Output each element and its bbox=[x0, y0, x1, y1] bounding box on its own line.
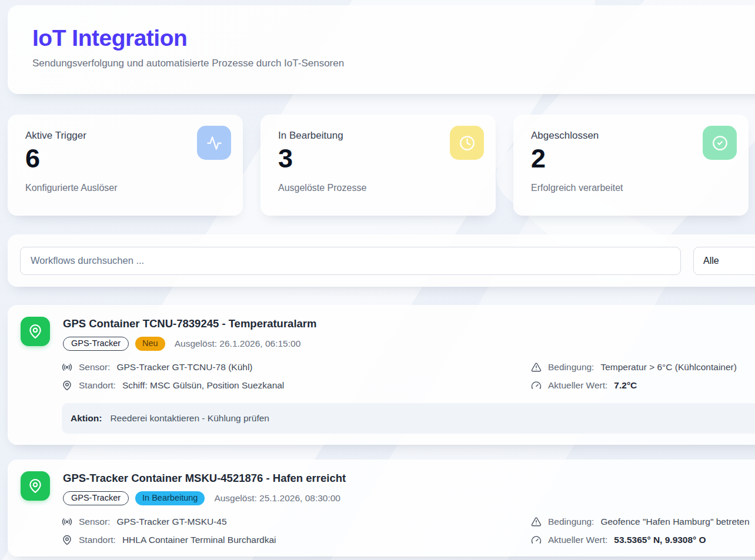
map-pin-icon bbox=[21, 471, 50, 501]
sensor-value: GPS-Tracker GT-MSKU-45 bbox=[116, 517, 226, 527]
current-value: 7.2°C bbox=[614, 380, 637, 391]
location-label: Standort: bbox=[79, 380, 116, 391]
current-value-label: Aktueller Wert: bbox=[548, 535, 607, 545]
sensor-label: Sensor: bbox=[79, 362, 110, 373]
gauge-icon bbox=[531, 535, 542, 545]
type-badge: GPS-Tracker bbox=[63, 337, 129, 351]
map-pin-icon bbox=[62, 535, 72, 545]
iot-integration-page: IoT Integration Sendungsverfolgung und a… bbox=[0, 0, 755, 560]
search-input[interactable] bbox=[20, 247, 681, 275]
page-header: IoT Integration Sendungsverfolgung und a… bbox=[8, 5, 755, 94]
stat-card-in-progress: In Bearbeitung 3 Ausgelöste Prozesse bbox=[260, 115, 496, 216]
sensor-detail: Sensor: GPS-Tracker GT-MSKU-45 bbox=[62, 517, 519, 527]
current-value-label: Aktueller Wert: bbox=[548, 380, 607, 391]
triggered-timestamp: Ausgelöst: 25.1.2026, 08:30:00 bbox=[214, 493, 340, 504]
clock-icon bbox=[450, 126, 484, 160]
type-badge: GPS-Tracker bbox=[63, 491, 129, 505]
location-label: Standort: bbox=[79, 535, 116, 545]
stat-sublabel: Konfigurierte Auslöser bbox=[25, 183, 229, 193]
current-value-detail: Aktueller Wert: 7.2°C bbox=[531, 380, 755, 391]
stat-sublabel: Ausgelöste Prozesse bbox=[278, 183, 482, 193]
condition-label: Bedingung: bbox=[548, 362, 594, 373]
condition-label: Bedingung: bbox=[548, 517, 594, 527]
status-badge: In Bearbeitung bbox=[135, 491, 205, 505]
map-pin-icon bbox=[62, 380, 72, 391]
page-title: IoT Integration bbox=[32, 25, 755, 51]
workflow-card-temperature-alarm: GPS Container TCNU-7839245 - Temperatura… bbox=[8, 305, 755, 445]
filter-bar: Alle bbox=[8, 234, 755, 287]
status-filter-select[interactable]: Alle bbox=[693, 247, 755, 275]
alert-triangle-icon bbox=[531, 517, 542, 527]
page-subtitle: Sendungsverfolgung und automatisierte Pr… bbox=[32, 58, 755, 69]
location-detail: Standort: Schiff: MSC Gülsün, Position S… bbox=[62, 380, 519, 391]
radio-icon bbox=[62, 517, 72, 527]
sensor-value: GPS-Tracker GT-TCNU-78 (Kühl) bbox=[116, 362, 252, 373]
sensor-detail: Sensor: GPS-Tracker GT-TCNU-78 (Kühl) bbox=[62, 362, 519, 373]
workflow-title: GPS Container TCNU-7839245 - Temperatura… bbox=[63, 317, 316, 330]
condition-detail: Bedingung: Geofence "Hafen Hamburg" betr… bbox=[531, 517, 755, 527]
sensor-label: Sensor: bbox=[79, 517, 110, 527]
radio-icon bbox=[62, 362, 72, 373]
current-value: 53.5365° N, 9.9308° O bbox=[614, 535, 706, 545]
location-value: Schiff: MSC Gülsün, Position Suezkanal bbox=[122, 380, 284, 391]
condition-detail: Bedingung: Temperatur > 6°C (Kühlcontain… bbox=[531, 362, 755, 373]
location-detail: Standort: HHLA Container Terminal Burcha… bbox=[62, 535, 519, 545]
condition-value: Temperatur > 6°C (Kühlcontainer) bbox=[600, 362, 737, 373]
current-value-detail: Aktueller Wert: 53.5365° N, 9.9308° O bbox=[531, 535, 755, 545]
triggered-timestamp: Ausgelöst: 26.1.2026, 06:15:00 bbox=[175, 338, 301, 349]
condition-value: Geofence "Hafen Hamburg" betreten bbox=[600, 517, 749, 527]
alert-triangle-icon bbox=[531, 362, 542, 373]
stats-row: Aktive Trigger 6 Konfigurierte Auslöser … bbox=[8, 115, 755, 216]
check-circle-icon bbox=[703, 126, 737, 160]
gauge-icon bbox=[531, 380, 542, 391]
stat-sublabel: Erfolgreich verarbeitet bbox=[531, 183, 734, 193]
activity-icon bbox=[197, 126, 231, 160]
action-label: Aktion: bbox=[71, 413, 102, 423]
workflow-card-port-reached: GPS-Tracker Container MSKU-4521876 - Haf… bbox=[8, 460, 755, 556]
action-row: Aktion:Reederei kontaktieren - Kühlung p… bbox=[62, 403, 755, 434]
stat-card-completed: Abgeschlossen 2 Erfolgreich verarbeitet bbox=[513, 115, 749, 216]
status-badge: Neu bbox=[135, 337, 165, 351]
stat-card-active-triggers: Aktive Trigger 6 Konfigurierte Auslöser bbox=[8, 115, 243, 216]
workflow-title: GPS-Tracker Container MSKU-4521876 - Haf… bbox=[63, 472, 346, 485]
location-value: HHLA Container Terminal Burchardkai bbox=[122, 535, 276, 545]
map-pin-icon bbox=[21, 317, 50, 346]
action-value: Reederei kontaktieren - Kühlung prüfen bbox=[110, 413, 269, 423]
